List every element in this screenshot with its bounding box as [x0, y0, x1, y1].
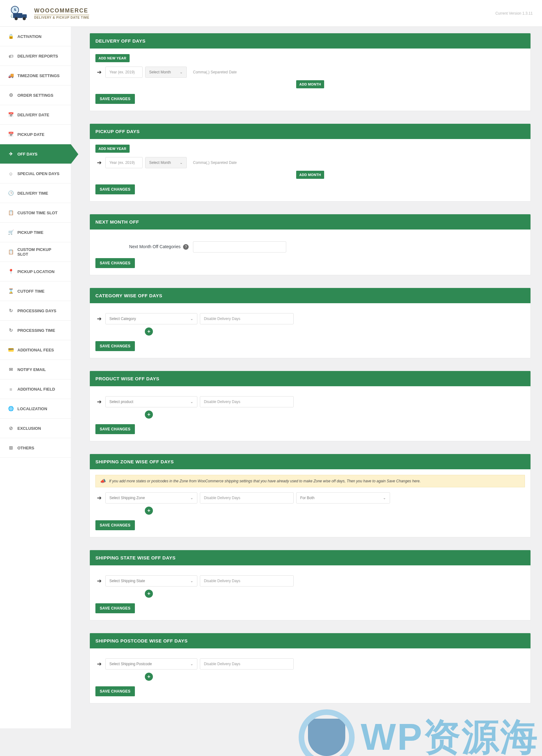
panel-title: DELIVERY OFF DAYS	[90, 33, 530, 49]
panel-pickup-off: PICKUP OFF DAYS ADD NEW YEAR ➔ Select Mo…	[90, 123, 531, 202]
hourglass-icon: ⌛	[8, 288, 14, 294]
save-button[interactable]: SAVE CHANGES	[95, 686, 135, 696]
note-icon: 📋	[8, 210, 14, 216]
add-row-button[interactable]: +	[145, 590, 153, 598]
disable-days-input[interactable]	[200, 492, 294, 503]
sidebar-item-label: DELIVERY TIME	[17, 191, 48, 196]
sidebar-item-custom-time-slot[interactable]: 📋CUSTOM TIME SLOT	[0, 203, 71, 223]
notice: 📣 If you add more states or postcodes in…	[95, 475, 525, 487]
categories-input[interactable]	[193, 241, 286, 253]
add-year-button[interactable]: ADD NEW YEAR	[95, 145, 130, 153]
sidebar-item-pickup-location[interactable]: 📍PICKUP LOCATION	[0, 262, 71, 281]
state-select[interactable]: Select Shipping State⌄	[105, 575, 197, 587]
disable-days-input[interactable]	[200, 313, 294, 324]
panel-delivery-off: DELIVERY OFF DAYS ADD NEW YEAR ➔ Select …	[90, 33, 531, 111]
for-both-select[interactable]: For Both⌄	[296, 492, 390, 503]
chevron-down-icon: ⌄	[190, 662, 193, 666]
save-button[interactable]: SAVE CHANGES	[95, 184, 135, 194]
sidebar-item-additional-field[interactable]: ≡ADDITIONAL FIELD	[0, 379, 71, 399]
panel-title: PRODUCT WISE OFF DAYS	[90, 371, 530, 386]
add-month-button[interactable]: ADD MONTH	[296, 80, 324, 88]
add-row-button[interactable]: +	[145, 507, 153, 515]
sidebar-item-others[interactable]: ⊞OTHERS	[0, 438, 71, 458]
help-icon[interactable]: ?	[183, 244, 189, 250]
add-month-button[interactable]: ADD MONTH	[296, 171, 324, 179]
refresh-icon: ↻	[8, 327, 14, 333]
panel-postcode-wise: SHIPPING POSTCODE WISE OFF DAYS ➔ Select…	[90, 633, 531, 703]
sidebar-item-special-open-days[interactable]: ☺SPECIAL OPEN DAYS	[0, 164, 71, 183]
sidebar-item-timezone-settings[interactable]: 🚚TIMEZONE SETTINGS	[0, 66, 71, 86]
add-year-button[interactable]: ADD NEW YEAR	[95, 54, 130, 62]
panel-title: SHIPPING POSTCODE WISE OFF DAYS	[90, 633, 530, 648]
logo-subtitle: DELIVERY & PICKUP DATE TIME	[34, 15, 89, 19]
disable-days-input[interactable]	[200, 575, 294, 587]
save-button[interactable]: SAVE CHANGES	[95, 94, 135, 104]
add-row-button[interactable]: +	[145, 410, 153, 419]
chevron-down-icon: ⌄	[190, 496, 193, 500]
save-button[interactable]: SAVE CHANGES	[95, 520, 135, 530]
sidebar-item-delivery-date[interactable]: 📅DELIVERY DATE	[0, 105, 71, 125]
sidebar-item-delivery-reports[interactable]: 🏷DELIVERY REPORTS	[0, 46, 71, 66]
save-button[interactable]: SAVE CHANGES	[95, 424, 135, 434]
save-button[interactable]: SAVE CHANGES	[95, 258, 135, 268]
sidebar-item-processing-days[interactable]: ↻PROCESSING DAYS	[0, 301, 71, 321]
sidebar-item-notify-email[interactable]: ✉NOTIFY EMAIL	[0, 360, 71, 379]
panel-title: SHIPPING ZONE WISE OFF DAYS	[90, 454, 530, 469]
month-select[interactable]: Select Month⌄	[145, 67, 187, 78]
svg-point-4	[15, 17, 18, 20]
panel-product-wise: PRODUCT WISE OFF DAYS ➔ Select product⌄ …	[90, 371, 531, 441]
sidebar-item-custom-pickup-slot[interactable]: 📋CUSTOM PICKUP SLOT	[0, 242, 71, 262]
sidebar-item-label: PROCESSING TIME	[17, 328, 55, 333]
year-input[interactable]	[105, 157, 143, 168]
arrow-icon: ➔	[95, 398, 103, 405]
chevron-down-icon: ⌄	[190, 579, 193, 583]
sidebar-item-additional-fees[interactable]: 💳ADDITIONAL FEES	[0, 340, 71, 360]
disable-days-input[interactable]	[200, 396, 294, 407]
sidebar-item-cutoff-time[interactable]: ⌛CUTOFF TIME	[0, 281, 71, 301]
sidebar-item-label: DELIVERY REPORTS	[17, 54, 58, 58]
dates-input[interactable]	[189, 67, 252, 78]
sidebar-item-label: TIMEZONE SETTINGS	[17, 73, 60, 78]
pin-icon: 📍	[8, 269, 14, 274]
megaphone-icon: 📣	[100, 478, 106, 484]
panel-state-wise: SHIPPING STATE WISE OFF DAYS ➔ Select Sh…	[90, 550, 531, 620]
lock-icon: 🔒	[8, 34, 14, 39]
dates-input[interactable]	[189, 157, 252, 168]
sidebar-item-processing-time[interactable]: ↻PROCESSING TIME	[0, 321, 71, 340]
save-button[interactable]: SAVE CHANGES	[95, 341, 135, 351]
mail-icon: ✉	[8, 367, 14, 372]
note-icon: 📋	[8, 249, 14, 255]
year-input[interactable]	[105, 67, 143, 78]
arrow-icon: ➔	[95, 159, 103, 166]
product-select[interactable]: Select product⌄	[105, 396, 197, 407]
panel-next-month: NEXT MONTH OFF Next Month Off Categories…	[90, 214, 531, 275]
topbar: WOOCOMMERCE DELIVERY & PICKUP DATE TIME …	[0, 0, 542, 27]
panel-title: NEXT MONTH OFF	[90, 214, 530, 230]
card-icon: 💳	[8, 347, 14, 353]
sidebar-item-label: LOCALIZATION	[17, 406, 47, 411]
category-select[interactable]: Select Category⌄	[105, 313, 197, 324]
sidebar-item-off-days[interactable]: ✈OFF DAYS	[0, 144, 71, 164]
postcode-select[interactable]: Select Shipping Postcode⌄	[105, 658, 197, 670]
add-row-button[interactable]: +	[145, 327, 153, 336]
save-button[interactable]: SAVE CHANGES	[95, 603, 135, 613]
sidebar-item-delivery-time[interactable]: 🕒DELIVERY TIME	[0, 183, 71, 203]
chevron-down-icon: ⌄	[383, 496, 386, 500]
zone-select[interactable]: Select Shipping Zone⌄	[105, 492, 197, 503]
add-row-button[interactable]: +	[145, 673, 153, 681]
form-label: Next Month Off Categories?	[95, 244, 189, 250]
sidebar-item-label: NOTIFY EMAIL	[17, 367, 46, 372]
sidebar-item-activation[interactable]: 🔒ACTIVATION	[0, 27, 71, 46]
panel-title: SHIPPING STATE WISE OFF DAYS	[90, 550, 530, 565]
sidebar-item-order-settings[interactable]: ⚙ORDER SETTINGS	[0, 86, 71, 105]
version-text: Current Version 1.3.11	[495, 11, 533, 16]
disable-days-input[interactable]	[200, 658, 294, 670]
sidebar-item-localization[interactable]: 🌐LOCALIZATION	[0, 399, 71, 419]
month-select[interactable]: Select Month⌄	[145, 157, 187, 168]
refresh-icon: ↻	[8, 308, 14, 313]
sidebar-item-label: PICKUP TIME	[17, 230, 44, 235]
sidebar-item-pickup-date[interactable]: 📅PICKUP DATE	[0, 125, 71, 144]
sidebar-item-label: ADDITIONAL FIELD	[17, 387, 55, 392]
sidebar-item-pickup-time[interactable]: 🛒PICKUP TIME	[0, 223, 71, 242]
sidebar-item-exclusion[interactable]: ⊘EXCLUSION	[0, 419, 71, 438]
